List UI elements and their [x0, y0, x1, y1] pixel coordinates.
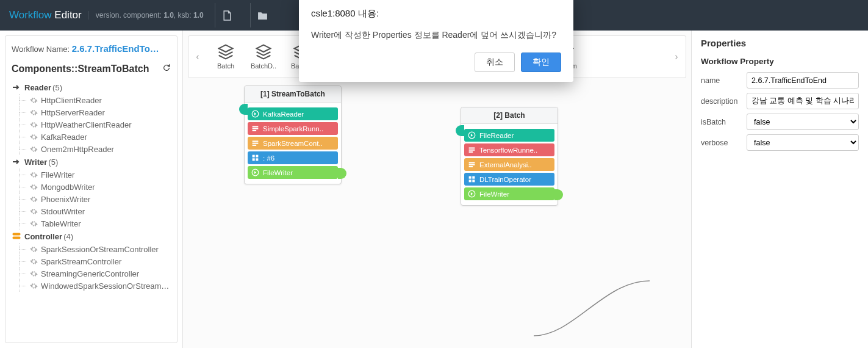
- brand-workflow: Workflow: [9, 9, 52, 21]
- property-row: verbosefalse: [701, 134, 859, 151]
- properties-section: Workflow Property: [701, 57, 859, 66]
- property-row: name: [701, 72, 859, 89]
- confirm-dialog: csle1:8080 내용: Writer에 작성한 Properties 정보…: [299, 0, 573, 82]
- verbose-select[interactable]: false: [747, 134, 859, 151]
- node-title: [2] Batch: [461, 107, 558, 124]
- node-pill[interactable]: FileWriter: [248, 166, 338, 179]
- tree-item[interactable]: SparkStreamController: [12, 255, 171, 267]
- left-panel: Workflow Name: 2.6.7.TrafficEndTo… Compo…: [0, 31, 183, 348]
- prop-label: verbose: [701, 139, 747, 147]
- brand-editor: Editor: [54, 9, 81, 21]
- description-input[interactable]: [747, 93, 859, 109]
- ok-button[interactable]: 확인: [521, 53, 561, 72]
- tree-item[interactable]: Onem2mHttpReader: [12, 143, 171, 155]
- name-input[interactable]: [747, 72, 859, 89]
- property-row: isBatchfalse: [701, 114, 859, 130]
- properties-panel: Properties Workflow Property namedescrip…: [691, 31, 868, 348]
- strip-scroll-left[interactable]: ‹: [188, 51, 207, 62]
- workflow-name-row: Workflow Name: 2.6.7.TrafficEndTo…: [12, 41, 171, 60]
- strip-item[interactable]: Batch: [207, 44, 245, 70]
- node-pill[interactable]: : #6: [248, 151, 338, 164]
- tree-item[interactable]: HttpClientReader: [12, 94, 171, 106]
- node-input-port[interactable]: [239, 104, 248, 115]
- components-title: Components::StreamToBatch: [12, 60, 171, 81]
- isBatch-select[interactable]: false: [747, 114, 859, 130]
- strip-scroll-right[interactable]: ›: [667, 51, 686, 62]
- node-pill[interactable]: FileWriter: [464, 187, 554, 200]
- tree-item[interactable]: StdoutWriter: [12, 205, 171, 217]
- prop-label: description: [701, 97, 747, 106]
- folder-icon[interactable]: [250, 3, 274, 27]
- property-row: description: [701, 93, 859, 109]
- tree-item[interactable]: StreamingGenericController: [12, 267, 171, 280]
- cancel-button[interactable]: 취소: [475, 53, 515, 72]
- version-text: version. component: 1.0, ksb: 1.0: [88, 11, 204, 20]
- file-icon[interactable]: [215, 3, 239, 27]
- node-pill[interactable]: SimpleSparkRunn..: [248, 122, 338, 135]
- dialog-title: csle1:8080 내용:: [311, 8, 561, 20]
- node-pill[interactable]: DLTrainOperator: [464, 173, 554, 186]
- component-tree: Reader (5)HttpClientReaderHttpServerRead…: [12, 81, 171, 292]
- node-pill[interactable]: KafkaReader: [248, 107, 338, 120]
- refresh-icon[interactable]: [162, 63, 171, 74]
- tree-category-reader[interactable]: Reader (5): [12, 81, 171, 94]
- workflow-name-link[interactable]: 2.6.7.TrafficEndTo…: [72, 43, 159, 54]
- tree-item[interactable]: TableWriter: [12, 217, 171, 230]
- node-pill[interactable]: SparkStreamCont..: [248, 137, 338, 150]
- tree-item[interactable]: FileWriter: [12, 169, 171, 181]
- workflow-name-label: Workflow Name:: [12, 45, 70, 54]
- node-output-port[interactable]: [554, 189, 563, 200]
- tree-category-controller[interactable]: Controller (4): [12, 230, 171, 243]
- dialog-message: Writer에 작성한 Properties 정보를 Reader에 덮어 쓰시…: [311, 28, 561, 42]
- tree-item[interactable]: WindowedSparkSessionOrStream…: [12, 280, 171, 292]
- tree-item[interactable]: HttpWeatherClientReader: [12, 118, 171, 131]
- tree-category-writer[interactable]: Writer (5): [12, 155, 171, 169]
- app-brand: Workflow Editor: [9, 9, 82, 21]
- node-pill[interactable]: FileReader: [464, 129, 554, 142]
- tree-item[interactable]: PhoenixWriter: [12, 193, 171, 205]
- properties-title: Properties: [701, 38, 859, 48]
- node-title: [1] StreamToBatch: [245, 86, 341, 103]
- prop-label: isBatch: [701, 118, 747, 126]
- workflow-node[interactable]: [2] BatchFileReaderTensorflowRunne..Exte…: [461, 107, 558, 206]
- node-input-port[interactable]: [456, 125, 464, 136]
- prop-label: name: [701, 76, 747, 85]
- node-pill[interactable]: TensorflowRunne..: [464, 143, 554, 156]
- tree-item[interactable]: MongodbWriter: [12, 181, 171, 193]
- workflow-node[interactable]: [1] StreamToBatchKafkaReaderSimpleSparkR…: [244, 85, 342, 184]
- node-output-port[interactable]: [338, 168, 346, 179]
- strip-item[interactable]: BatchD..: [245, 44, 282, 70]
- node-pill[interactable]: ExternalAnalysi..: [464, 158, 554, 171]
- tree-item[interactable]: HttpServerReader: [12, 106, 171, 118]
- tree-item[interactable]: KafkaReader: [12, 131, 171, 143]
- tree-item[interactable]: SparkSessionOrStreamController: [12, 243, 171, 255]
